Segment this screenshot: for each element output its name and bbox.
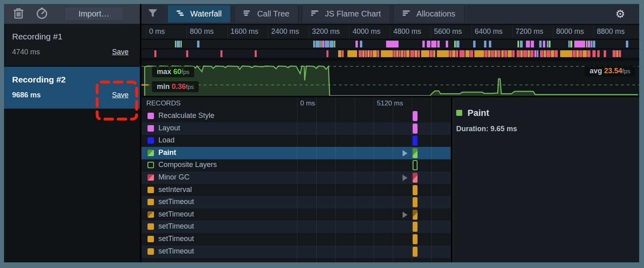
record-type-icon bbox=[147, 113, 154, 119]
overview-marker bbox=[555, 50, 558, 57]
ruler-tick-label: 800 ms bbox=[190, 27, 214, 36]
expand-arrow-icon[interactable] bbox=[403, 150, 407, 157]
record-row-layout[interactable]: Layout bbox=[141, 122, 451, 135]
overview-marker bbox=[177, 41, 180, 47]
record-type-icon bbox=[147, 150, 154, 156]
record-row-minor-gc[interactable]: Minor GC bbox=[141, 171, 451, 184]
waterfall-marker bbox=[413, 124, 418, 134]
overview-marker bbox=[551, 50, 554, 57]
overview-marker bbox=[365, 50, 367, 57]
record-row-setinterval[interactable]: setInterval bbox=[141, 184, 451, 196]
tab-js-flame-chart[interactable]: JS Flame Chart bbox=[302, 5, 390, 23]
overview-marker bbox=[362, 50, 364, 57]
overview-marker bbox=[512, 50, 515, 57]
overview-marker bbox=[616, 50, 618, 57]
overview-marker bbox=[491, 50, 494, 57]
record-row-settimeout[interactable]: setTimeout bbox=[141, 245, 451, 258]
overview-marker bbox=[546, 50, 551, 57]
record-label: setTimeout bbox=[158, 198, 194, 206]
detail-duration: Duration: 9.65 ms bbox=[456, 125, 517, 133]
max-fps-badge: max 60fps bbox=[152, 66, 194, 77]
settings-button[interactable]: ⚙ bbox=[613, 6, 628, 22]
record-type-icon bbox=[147, 174, 154, 181]
gear-icon: ⚙ bbox=[615, 8, 625, 21]
record-row-settimeout[interactable]: setTimeout bbox=[141, 221, 451, 233]
tab-call-tree[interactable]: Call Tree bbox=[234, 5, 299, 23]
overview-marker bbox=[334, 41, 335, 47]
waterfall-marker bbox=[413, 185, 418, 195]
overview-marker bbox=[574, 41, 585, 47]
records-header-label: RECORDS bbox=[146, 99, 181, 107]
performance-panel: Import… Recording #14740 msSaveRecording… bbox=[4, 4, 639, 262]
tab-waterfall[interactable]: Waterfall bbox=[167, 5, 231, 23]
overview-marker bbox=[386, 41, 399, 47]
overview-marker bbox=[370, 50, 372, 57]
overview-marker bbox=[437, 50, 449, 57]
waterfall-marker bbox=[413, 210, 418, 220]
waterfall-marker bbox=[413, 111, 418, 121]
record-label: setTimeout bbox=[158, 235, 194, 243]
recording-save-link[interactable]: Save bbox=[112, 48, 129, 56]
record-row-settimeout[interactable]: setTimeout bbox=[141, 208, 451, 221]
clear-recordings-button[interactable] bbox=[10, 7, 27, 21]
record-type-icon bbox=[147, 223, 154, 230]
framerate-svg bbox=[141, 61, 639, 96]
overview-marker bbox=[320, 41, 322, 47]
tab-label: Call Tree bbox=[257, 9, 289, 19]
overview-marker bbox=[613, 50, 616, 57]
record-label: setTimeout bbox=[158, 222, 194, 231]
overview-marker bbox=[415, 50, 417, 57]
record-label: setInterval bbox=[158, 186, 192, 194]
recording-item-1[interactable]: Recording #14740 msSave bbox=[4, 24, 140, 66]
record-type-icon bbox=[147, 211, 154, 218]
overview-marker bbox=[355, 41, 358, 47]
recording-name: Recording #1 bbox=[12, 32, 62, 41]
tab-allocations[interactable]: Allocations bbox=[393, 5, 465, 23]
avg-fps-badge: avg 23.54fps bbox=[585, 66, 635, 76]
overview-marker bbox=[591, 41, 592, 47]
waterfall-time-label-0: 0 ms bbox=[300, 99, 315, 107]
record-row-recalculate-style[interactable]: Recalculate Style bbox=[141, 110, 451, 122]
recording-name: Recording #2 bbox=[12, 75, 66, 85]
waterfall-marker bbox=[413, 234, 418, 244]
record-row-paint[interactable]: Paint bbox=[141, 147, 451, 159]
overview-marker bbox=[484, 41, 486, 47]
record-label: Composite Layers bbox=[158, 161, 217, 169]
overview-marker bbox=[393, 50, 396, 57]
recordings-toolbar: Import… bbox=[4, 4, 140, 24]
overview-marker bbox=[560, 50, 572, 57]
overview-marker bbox=[604, 50, 606, 57]
tabs-container: WaterfallCall TreeJS Flame ChartAllocati… bbox=[167, 5, 465, 23]
import-button[interactable]: Import… bbox=[64, 7, 123, 21]
overview-marker bbox=[489, 41, 491, 47]
filter-markers-button[interactable] bbox=[144, 6, 162, 22]
waterfall-marker bbox=[413, 222, 418, 232]
overview-marker bbox=[474, 50, 484, 57]
record-row-load[interactable]: Load bbox=[141, 134, 451, 147]
overview-marker bbox=[154, 50, 156, 57]
expand-arrow-icon[interactable] bbox=[403, 212, 407, 218]
min-fps-value: 0.36 bbox=[172, 82, 186, 91]
framerate-chart[interactable]: max 60fps min 0.36fps avg 23.54fps bbox=[141, 61, 639, 96]
expand-arrow-icon[interactable] bbox=[403, 175, 407, 181]
overview-marker bbox=[325, 41, 329, 47]
overview-marker bbox=[330, 41, 334, 47]
ruler-tick-label: 8800 ms bbox=[597, 27, 625, 36]
record-row-settimeout[interactable]: setTimeout bbox=[141, 233, 451, 245]
start-recording-button[interactable] bbox=[33, 7, 51, 21]
max-fps-value: 60 bbox=[173, 68, 181, 76]
fps-area-fill bbox=[145, 66, 638, 96]
recording-save-link[interactable]: Save bbox=[112, 91, 129, 99]
record-row-settimeout[interactable]: setTimeout bbox=[141, 196, 451, 208]
record-row-composite-layers[interactable]: Composite Layers bbox=[141, 159, 451, 171]
overview-marker bbox=[504, 50, 507, 57]
overview-marker bbox=[593, 41, 595, 47]
recording-item-2[interactable]: Recording #29686 msSave bbox=[4, 67, 140, 109]
marker-detail-pane: Paint Duration: 9.65 ms bbox=[452, 97, 639, 262]
record-type-icon bbox=[147, 236, 154, 242]
overview-marker bbox=[401, 50, 403, 57]
overview-marker bbox=[597, 50, 600, 57]
window-frame: Import… Recording #14740 msSaveRecording… bbox=[0, 0, 644, 268]
overview-marker bbox=[175, 41, 176, 47]
markers-overview[interactable] bbox=[141, 39, 639, 59]
